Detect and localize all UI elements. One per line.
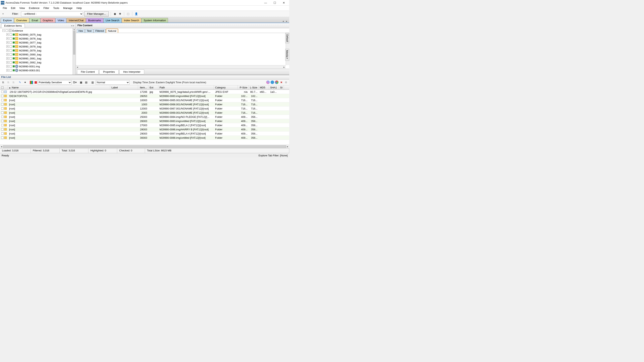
checkbox[interactable] [10,45,12,48]
view-mode-select[interactable]: Normal [96,80,130,85]
checkbox[interactable] [10,49,12,52]
expander-icon[interactable]: + [6,57,9,60]
clear-icon[interactable]: ✖ [279,80,283,84]
tree-item-label[interactable]: M29990_0082_bag [19,61,41,64]
tree-item-label[interactable]: M29990_0075_bag [19,33,41,36]
bottom-tab-properties[interactable]: Properties [99,69,118,74]
row-checkbox[interactable] [1,95,4,97]
file-list-body[interactable]: -29-02 190730PDT)-JVCGR-DV2000MiniDVDigi… [0,90,289,145]
panel-nav-icon[interactable]: ◂ ▸ [71,24,74,27]
tab-bookmarks[interactable]: Bookmarks [86,18,103,23]
table-row[interactable]: [root]2003M29990-0069.001/NONAME [FAT12]… [0,111,289,115]
tab-internet[interactable]: Internet/Chat [66,18,86,23]
table-row[interactable]: [root]12003M29990-0067.001/NONAME [FAT12… [0,106,289,111]
content-tab-natural[interactable]: Natural [106,28,118,33]
checkbox[interactable] [6,30,8,32]
expander-icon[interactable]: + [6,49,9,52]
tab-next-icon[interactable]: ▸ [285,20,288,23]
pie-icon[interactable] [275,80,278,84]
table-row[interactable]: [root]27003M29990-0085.img/BELA 2 [FAT12… [0,123,289,127]
filter-select[interactable]: - unfiltered - [21,12,83,16]
selection-icon[interactable]: ⬚ [126,12,130,16]
file-list-hscrollbar[interactable]: ◂▸ [0,145,289,148]
row-checkbox[interactable] [1,124,4,126]
row-checkbox[interactable] [1,120,4,122]
checkbox[interactable] [10,34,12,36]
table-row[interactable]: !DESKTOP.FOL26053M29990-0083.img/untitle… [0,94,289,98]
tab-sysinfo[interactable]: System Information [142,18,168,23]
tree-item-label[interactable]: M29990_0077_bag [19,41,41,44]
column-header-ext[interactable]: Ext [148,86,158,90]
column-header-md5[interactable]: MD5 [259,86,269,90]
sensitivity-select[interactable]: Potentially Sensitive [38,80,72,85]
tab-overview[interactable]: Overview [14,18,29,23]
evidence-items-tab[interactable]: Evidence Items [1,24,25,28]
tab-graphics[interactable]: Graphics [40,18,55,23]
columns-icon[interactable]: ▥ [90,80,94,84]
column-header-path[interactable]: Path [158,86,214,90]
checkbox[interactable] [10,65,12,68]
row-checkbox[interactable] [1,103,4,106]
content-tab-filtered[interactable]: Filtered [94,29,106,33]
expander-icon[interactable]: + [6,41,9,44]
tab-explore[interactable]: Explore [1,18,14,23]
menu-manage[interactable]: Manage [61,6,74,10]
column-header-name[interactable]: ▴Name [8,86,110,90]
column-header-category[interactable]: Category [214,86,238,90]
row-checkbox[interactable] [1,99,4,101]
row-checkbox[interactable] [1,128,4,130]
column-header-item[interactable]: Item... [138,86,148,90]
checkbox[interactable] [10,53,12,56]
checkbox[interactable] [10,57,12,60]
row-checkbox[interactable] [1,90,4,93]
filter-manager-button[interactable]: Filter Manager... [84,11,109,16]
menu-filter[interactable]: Filter [42,6,51,10]
palette-icon[interactable] [266,80,270,84]
row-checkbox[interactable] [1,132,4,135]
tree-item-label[interactable]: M29990_0081_bag [19,57,41,60]
tree-item-label[interactable]: M29990-0063.001 [19,69,40,72]
menu-view[interactable]: View [17,6,27,10]
column-header-sha1[interactable]: SHA1 [269,86,279,90]
gear-icon[interactable]: ⚙ [284,80,288,84]
tree-item-label[interactable]: M29990_0076_bag [19,37,41,40]
globe-icon[interactable] [270,80,274,84]
column-header-label[interactable]: Label [110,86,138,90]
row-checkbox[interactable] [1,116,4,118]
expander-icon[interactable]: + [6,61,9,64]
color-grid-icon[interactable] [30,80,33,84]
checkbox[interactable] [10,41,12,44]
table-row[interactable]: [root]26003M29990-0083.img/untitled [FAT… [0,119,289,123]
expander-icon[interactable]: + [6,37,9,40]
dropdown-icon[interactable]: ▾ [1,12,5,15]
wand-icon[interactable]: ✦ [23,80,27,84]
bottom-tab-file-content[interactable]: File Content [77,69,98,74]
tab-prev-icon[interactable]: ◂ [281,20,285,23]
select-all-checkbox[interactable] [1,86,4,89]
menu-edit[interactable]: Edit [9,6,17,10]
minimize-button[interactable]: — [261,0,270,6]
maximize-button[interactable]: ☐ [270,0,279,6]
expander-icon[interactable]: − [2,30,5,32]
checkbox[interactable] [10,69,12,72]
table-row[interactable]: -29-02 190730PDT)-JVCGR-DV2000MiniDVDigi… [0,90,289,94]
checkbox[interactable] [10,61,12,64]
apply-filter-icon[interactable]: ◉ [113,12,117,16]
column-header-psize[interactable]: P-Size [238,86,249,90]
tree-item-label[interactable]: M29990-0001.img [19,65,40,68]
tab-video[interactable]: Video [56,18,66,23]
checkbox[interactable] [10,37,12,40]
expander-icon[interactable]: + [6,65,9,68]
row-checkbox[interactable] [1,107,4,110]
bottom-tab-hex-interpreter[interactable]: Hex Interpreter [120,69,144,74]
column-header-si[interactable]: SI [279,86,284,90]
tree-root-label[interactable]: Evidence [12,29,23,32]
table-row[interactable]: [root]30003M29990-0088.img/untitled [FAT… [0,136,289,140]
content-tab-hex[interactable]: Hex [77,29,85,33]
tree-item-label[interactable]: M29990_0079_bag [19,49,41,52]
tab-livesearch[interactable]: Live Search [104,18,122,23]
tab-email[interactable]: Email [30,18,40,23]
side-tab-default[interactable]: Default [285,33,289,43]
table-row[interactable]: [root]1003M29990-0068.001/NONAME [FAT12]… [0,102,289,106]
evidence-tree[interactable]: −Evidence+M29990_0075_bag+M29990_0076_ba… [0,28,72,75]
